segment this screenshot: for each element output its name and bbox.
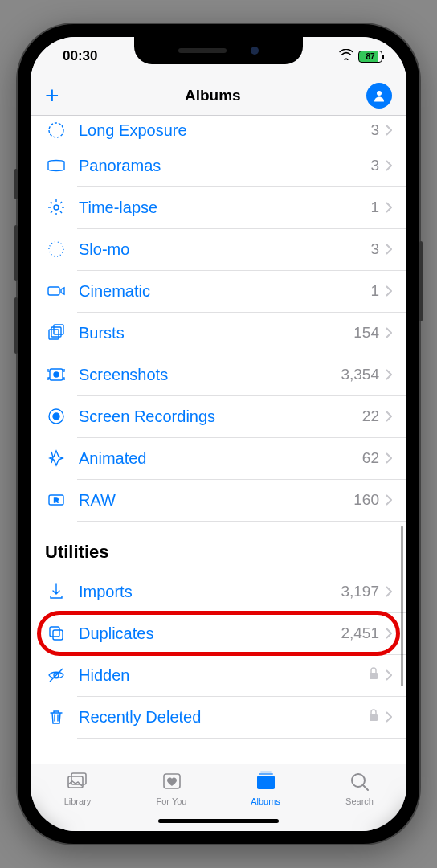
battery-icon: 87 bbox=[358, 51, 382, 63]
album-label: RAW bbox=[79, 491, 353, 510]
chevron-right-icon bbox=[386, 366, 392, 384]
album-count: 1 bbox=[370, 282, 379, 300]
chevron-right-icon bbox=[386, 583, 392, 601]
chevron-right-icon bbox=[386, 157, 392, 175]
chevron-right-icon bbox=[386, 708, 392, 727]
slomo-icon bbox=[45, 238, 67, 260]
page-title: Albums bbox=[185, 87, 241, 104]
utility-row-hidden[interactable]: Hidden bbox=[31, 654, 406, 696]
utility-label: Hidden bbox=[79, 666, 368, 685]
utility-row-deleted[interactable]: Recently Deleted bbox=[31, 696, 406, 738]
svg-line-10 bbox=[60, 202, 62, 203]
svg-rect-33 bbox=[260, 772, 272, 773]
animated-icon bbox=[45, 447, 67, 469]
album-label: Screen Recordings bbox=[79, 407, 362, 426]
album-row-cinematic[interactable]: Cinematic 1 bbox=[31, 270, 406, 312]
profile-button[interactable] bbox=[366, 83, 392, 108]
deleted-icon bbox=[45, 706, 67, 728]
add-album-button[interactable]: + bbox=[45, 84, 59, 108]
album-row-timelapse[interactable]: Time-lapse 1 bbox=[31, 186, 406, 228]
album-label: Time-lapse bbox=[79, 199, 370, 217]
utility-row-duplicates[interactable]: Duplicates 2,451 bbox=[31, 612, 406, 654]
notch bbox=[134, 37, 303, 64]
lock-icon bbox=[368, 667, 379, 683]
wifi-icon bbox=[339, 48, 353, 64]
bursts-icon bbox=[45, 321, 67, 344]
chevron-right-icon bbox=[386, 282, 392, 301]
utilities-header: Utilities bbox=[31, 521, 406, 571]
album-row-screenrec[interactable]: Screen Recordings 22 bbox=[31, 395, 406, 437]
svg-line-25 bbox=[50, 669, 63, 682]
albums-icon bbox=[254, 771, 278, 795]
album-label: Bursts bbox=[79, 324, 353, 342]
phone-frame: 00:30 87 + Albums Long Exposure 3 P bbox=[18, 24, 419, 844]
svg-point-19 bbox=[53, 413, 59, 420]
utility-label: Duplicates bbox=[79, 624, 341, 643]
svg-point-2 bbox=[54, 205, 59, 210]
albums-list[interactable]: Long Exposure 3 Panoramas 3 Time-lapse 1… bbox=[31, 116, 406, 764]
utility-label: Imports bbox=[79, 583, 341, 601]
tab-library[interactable]: Library bbox=[31, 771, 125, 806]
battery-level: 87 bbox=[366, 52, 374, 61]
album-row-bursts[interactable]: Bursts 154 bbox=[31, 312, 406, 354]
utility-row-imports[interactable]: Imports 3,197 bbox=[31, 571, 406, 612]
album-row-long-exposure[interactable]: Long Exposure 3 bbox=[31, 116, 406, 145]
album-count: 3 bbox=[370, 121, 379, 139]
long-exposure-icon bbox=[45, 119, 67, 141]
utility-count: 3,197 bbox=[341, 583, 379, 600]
svg-text:R: R bbox=[54, 497, 59, 504]
album-label: Screenshots bbox=[79, 366, 341, 384]
album-label: Cinematic bbox=[79, 282, 370, 301]
album-count: 3,354 bbox=[341, 366, 379, 383]
lock-icon bbox=[368, 709, 379, 725]
tab-foryou[interactable]: For You bbox=[125, 771, 218, 806]
album-row-slomo[interactable]: Slo-mo 3 bbox=[31, 228, 406, 270]
svg-rect-26 bbox=[370, 673, 378, 679]
tab-albums[interactable]: Albums bbox=[218, 771, 312, 806]
album-row-screenshots[interactable]: Screenshots 3,354 bbox=[31, 354, 406, 395]
tab-label: For You bbox=[157, 796, 187, 806]
screenrec-icon bbox=[45, 405, 67, 428]
imports-icon bbox=[45, 580, 67, 603]
album-row-animated[interactable]: Animated 62 bbox=[31, 437, 406, 479]
hidden-icon bbox=[45, 664, 67, 686]
svg-rect-32 bbox=[259, 773, 273, 775]
screenshots-icon bbox=[45, 363, 67, 386]
album-row-raw[interactable]: R RAW 160 bbox=[31, 479, 406, 521]
chevron-right-icon bbox=[386, 407, 392, 426]
screen: 00:30 87 + Albums Long Exposure 3 P bbox=[31, 37, 406, 831]
foryou-icon bbox=[160, 771, 184, 795]
svg-line-8 bbox=[60, 211, 62, 213]
album-count: 3 bbox=[370, 157, 379, 174]
album-count: 62 bbox=[362, 449, 379, 467]
library-icon bbox=[66, 771, 90, 795]
svg-rect-23 bbox=[53, 630, 63, 640]
svg-line-7 bbox=[51, 202, 52, 203]
svg-rect-12 bbox=[48, 287, 59, 295]
duplicates-icon bbox=[45, 622, 67, 645]
svg-rect-31 bbox=[257, 776, 275, 789]
home-indicator[interactable] bbox=[158, 819, 279, 823]
svg-point-0 bbox=[377, 91, 382, 96]
svg-point-17 bbox=[54, 372, 59, 377]
album-count: 154 bbox=[353, 324, 379, 342]
navigation-bar: + Albums bbox=[31, 76, 406, 116]
cinematic-icon bbox=[45, 280, 67, 302]
album-count: 160 bbox=[353, 491, 379, 509]
timelapse-icon bbox=[45, 196, 67, 219]
tab-search[interactable]: Search bbox=[312, 771, 406, 806]
album-label: Panoramas bbox=[79, 157, 370, 175]
chevron-right-icon bbox=[386, 199, 392, 217]
album-label: Animated bbox=[79, 449, 362, 468]
album-row-panorama[interactable]: Panoramas 3 bbox=[31, 145, 406, 186]
search-icon bbox=[348, 771, 372, 795]
chevron-right-icon bbox=[386, 121, 392, 140]
svg-point-1 bbox=[49, 123, 63, 137]
album-count: 22 bbox=[362, 407, 379, 425]
scroll-indicator[interactable] bbox=[401, 526, 403, 686]
raw-icon: R bbox=[45, 489, 67, 511]
album-count: 3 bbox=[370, 240, 379, 258]
chevron-right-icon bbox=[386, 324, 392, 342]
panorama-icon bbox=[45, 154, 67, 177]
svg-rect-27 bbox=[370, 714, 378, 721]
